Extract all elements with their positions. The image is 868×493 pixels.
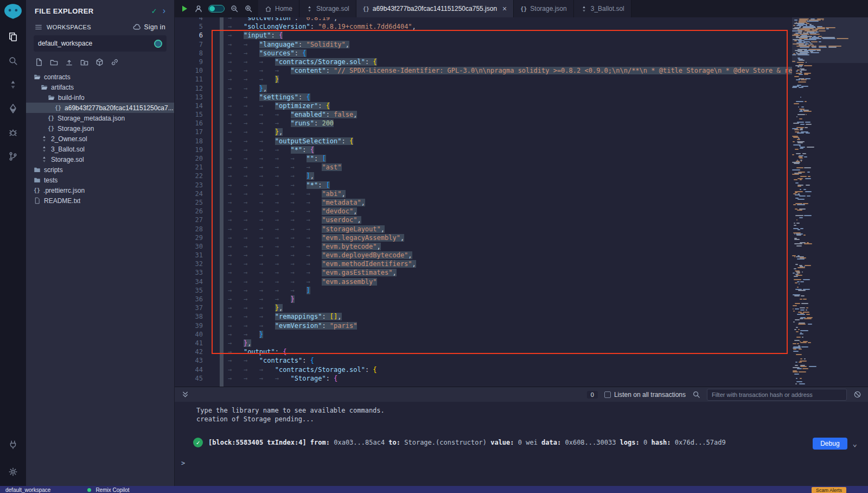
code-line[interactable]: 23→ → → → → "*": [ [175,181,792,189]
tree-item-tests[interactable]: tests [26,175,174,185]
tree-item-artifacts[interactable]: artifacts [26,82,174,92]
zoom-in-icon[interactable] [244,4,253,13]
tab-Storage.sol[interactable]: Storage.sol [299,0,356,17]
code-line[interactable]: 9→ → → "contracts/Storage.sol": { [175,58,792,66]
transaction-filter-input[interactable] [707,389,847,401]
tree-item-Storage_metadata.json[interactable]: {}Storage_metadata.json [26,113,174,123]
tree-item-Storage.sol[interactable]: Storage.sol [26,154,174,165]
clear-console-icon[interactable] [853,390,861,399]
code-line[interactable]: 29→ → → → → → "evm.legacyAssembly", [175,233,792,242]
code-line[interactable]: 31→ → → → → → "evm.deployedBytecode", [175,251,792,260]
link-icon[interactable] [111,58,119,66]
tree-item-3_Ballot.sol[interactable]: 3_Ballot.sol [26,144,174,154]
code-line[interactable]: 33→ → → → → → "evm.gasEstimates", [175,268,792,277]
tree-item-Storage.json[interactable]: {}Storage.json [26,123,174,134]
code-line[interactable]: 8→ → "sources": { [175,49,792,58]
code-line[interactable]: 44→ → → "contracts/Storage.sol": { [175,365,792,374]
tab-Storage.json[interactable]: {}Storage.json [514,0,573,17]
solidity-compiler-icon[interactable] [0,73,26,97]
upload-folder-icon[interactable] [80,58,88,66]
search-icon[interactable] [0,49,26,73]
code-line[interactable]: 30→ → → → → → "evm.bytecode", [175,242,792,251]
code-line[interactable]: 34→ → → → → → "evm.assembly" [175,277,792,286]
code-line[interactable]: 16→ → → → "runs": 200 [175,119,792,128]
code-line[interactable]: 42→ "output": { [175,347,792,356]
code-line[interactable]: 6→ "input": { [175,31,792,40]
minimap-viewport[interactable] [792,17,868,63]
deploy-and-run-icon[interactable] [0,97,26,121]
git-icon[interactable] [0,144,26,168]
new-file-icon[interactable] [35,58,43,66]
statusbar-workspace[interactable]: default_workspace [5,487,50,493]
tab-3_Ballot.sol[interactable]: 3_Ballot.sol [574,0,631,17]
tree-item-scripts[interactable]: scripts [26,165,174,175]
terminal-prompt[interactable]: > [181,459,868,467]
code-line[interactable]: 43→ → "contracts": { [175,356,792,365]
code-line[interactable]: 7→ → "language": "Solidity", [175,40,792,49]
code-line[interactable]: 15→ → → → "enabled": false, [175,110,792,119]
code-line[interactable]: 10→ → → → "content": "// SPDX-License-Id… [175,66,792,75]
editor[interactable]: 4→ "solcVersion": "0.8.19",5→ "solcLongV… [175,17,868,387]
workspace-options-icon[interactable] [154,40,162,48]
code-line[interactable]: 37→ → → }, [175,304,792,312]
code-line[interactable]: 35→ → → → → ] [175,286,792,295]
code-line[interactable]: 12→ → }, [175,84,792,93]
code-line[interactable]: 41→ }, [175,339,792,347]
code-line[interactable]: 4→ "solcVersion": "0.8.19", [175,17,792,22]
tree-item-.prettierrc.json[interactable]: {}.prettierrc.json [26,185,174,195]
upload-file-icon[interactable] [65,58,73,66]
expand-tx-icon[interactable]: ⌄ [853,439,857,448]
run-script-button[interactable] [180,4,189,13]
code-line[interactable]: 38→ → → "remappings": [], [175,312,792,321]
scam-alerts-badge[interactable]: Scam Alerts [812,487,846,493]
code-line[interactable]: 28→ → → → → → "storageLayout", [175,225,792,233]
code-area[interactable]: 4→ "solcVersion": "0.8.19",5→ "solcLongV… [175,17,792,387]
tab-Home[interactable]: Home [258,0,299,17]
code-line[interactable]: 39→ → → "evmVersion": "paris" [175,321,792,330]
code-line[interactable]: 40→ → } [175,330,792,339]
tree-item-build-info[interactable]: build-info [26,92,174,103]
listen-checkbox[interactable] [604,391,611,398]
hamburger-menu-icon[interactable] [35,23,42,31]
code-line[interactable]: 45→ → → → "Storage": { [175,374,792,383]
workspace-template-icon[interactable] [95,58,104,66]
collapse-terminal-icon[interactable] [181,390,189,399]
code-line[interactable]: 17→ → → }, [175,128,792,136]
tree-item-2_Owner.sol[interactable]: 2_Owner.sol [26,134,174,144]
plugin-manager-icon[interactable] [0,433,26,457]
code-line[interactable]: 24→ → → → → → "abi", [175,189,792,198]
code-line[interactable]: 21→ → → → → → "ast" [175,163,792,172]
tree-item-a69b43f277ba20fcac141151250ca7...[interactable]: {}a69b43f277ba20fcac141151250ca7... [26,103,174,113]
code-line[interactable]: 11→ → → } [175,75,792,84]
debug-button[interactable]: Debug [813,438,847,450]
user-icon[interactable] [194,4,203,13]
file-explorer-icon[interactable] [0,25,26,49]
code-line[interactable]: 22→ → → → → ], [175,172,792,180]
settings-gear-icon[interactable] [0,460,26,484]
code-line[interactable]: 13→ → "settings": { [175,93,792,102]
code-line[interactable]: 36→ → → → } [175,295,792,304]
zoom-out-icon[interactable] [230,4,239,13]
code-line[interactable]: 18→ → → "outputSelection": { [175,137,792,146]
code-line[interactable]: 27→ → → → → → "userdoc", [175,216,792,224]
chevron-right-icon[interactable]: › [163,8,165,14]
code-line[interactable]: 5→ "solcLongVersion": "0.8.19+commit.7dd… [175,22,792,31]
remix-logo-icon[interactable] [4,3,22,20]
minimap[interactable] [792,17,868,387]
copilot-toggle[interactable] [208,5,225,12]
debugger-icon[interactable] [0,121,26,144]
sign-in-button[interactable]: Sign in [133,23,166,31]
tab-a69b43f277ba20fcac141151250ca755.json[interactable]: {}a69b43f277ba20fcac141151250ca755.json× [356,0,514,17]
transaction-log-row[interactable]: ✓ [block:5583405 txIndex:4] from: 0xa03.… [181,438,868,450]
code-line[interactable]: 32→ → → → → → "evm.methodIdentifiers", [175,260,792,268]
close-tab-icon[interactable]: × [502,4,507,13]
tree-item-README.txt[interactable]: README.txt [26,195,174,206]
code-line[interactable]: 25→ → → → → → "metadata", [175,198,792,207]
new-folder-icon[interactable] [50,58,58,66]
terminal[interactable]: Type the library name to see available c… [175,402,868,486]
tree-item-contracts[interactable]: contracts [26,72,174,82]
code-line[interactable]: 19→ → → → "*": { [175,146,792,154]
terminal-search-icon[interactable] [692,390,700,399]
code-line[interactable]: 14→ → → "optimizer": { [175,102,792,110]
copilot-status-label[interactable]: Remix Copilot [95,487,129,493]
